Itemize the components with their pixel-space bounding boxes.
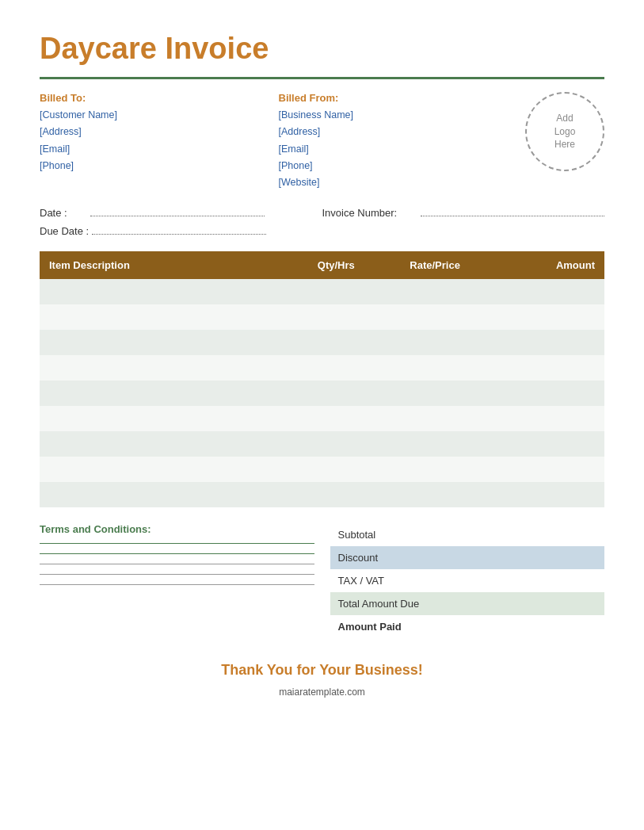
summary-section: Subtotal Discount TAX / VAT Total Amount… [330,523,605,638]
terms-line-3 [40,564,314,564]
subtotal-row: Subtotal [330,523,605,546]
row-rate [379,381,492,406]
row-description [40,355,294,381]
table-row [40,381,604,406]
col-description: Item Description [40,251,294,279]
row-amount [491,355,604,381]
row-description [40,381,294,406]
business-phone: [Phone] [279,158,518,174]
row-rate [379,355,492,381]
billed-from-section: Billed From: [Business Name] [Address] [… [279,92,518,191]
tax-value [566,569,604,592]
billed-to-section: Billed To: [Customer Name] [Address] [Em… [40,92,279,191]
col-amount: Amount [491,251,604,279]
total-label: Total Amount Due [330,592,566,615]
paid-value [566,615,604,638]
table-row [40,482,604,507]
col-qty: Qty/Hrs [294,251,379,279]
business-name: [Business Name] [279,107,518,124]
row-description [40,431,294,457]
invoice-number-row: Invoice Number: [322,207,605,219]
terms-line-1 [40,543,314,544]
row-description [40,279,294,304]
row-amount [491,457,604,482]
table-header-row: Item Description Qty/Hrs Rate/Price Amou… [40,251,604,279]
row-description [40,304,294,330]
row-amount [491,482,604,507]
table-row [40,304,604,330]
table-row [40,330,604,355]
row-rate [379,406,492,431]
paid-row: Amount Paid [330,615,605,638]
due-date-label: Due Date : [40,225,89,237]
terms-line-5 [40,584,314,585]
row-rate [379,330,492,355]
row-qty [294,355,379,381]
row-amount [491,330,604,355]
billed-to-label: Billed To: [40,92,279,104]
subtotal-value [566,523,604,546]
logo-placeholder: AddLogoHere [525,92,604,171]
date-dots [90,216,265,216]
row-qty [294,381,379,406]
row-rate [379,482,492,507]
customer-phone: [Phone] [40,158,279,174]
table-row [40,457,604,482]
table-row [40,279,604,304]
table-row [40,406,604,431]
row-qty [294,457,379,482]
row-amount [491,279,604,304]
discount-value [566,546,604,569]
row-rate [379,304,492,330]
thank-you-text: Thank You for Your Business! [40,662,604,679]
date-label: Date : [40,207,87,219]
tax-row: TAX / VAT [330,569,605,592]
row-qty [294,431,379,457]
row-rate [379,279,492,304]
paid-label: Amount Paid [330,615,566,638]
row-amount [491,431,604,457]
table-row [40,355,604,381]
row-description [40,482,294,507]
business-email: [Email] [279,141,518,158]
row-qty [294,279,379,304]
col-rate: Rate/Price [379,251,492,279]
customer-address: [Address] [40,124,279,140]
terms-line-2 [40,553,314,554]
table-row [40,431,604,457]
business-website: [Website] [279,174,518,191]
billed-section: Billed To: [Customer Name] [Address] [Em… [40,92,604,191]
row-qty [294,406,379,431]
tax-label: TAX / VAT [330,569,566,592]
invoice-number-label: Invoice Number: [322,207,417,219]
customer-email: [Email] [40,141,279,158]
row-amount [491,304,604,330]
total-value [566,592,604,615]
bottom-section: Terms and Conditions: Subtotal Discount … [40,523,604,638]
due-date-row: Due Date : [40,225,322,237]
customer-name: [Customer Name] [40,107,279,124]
billed-from-label: Billed From: [279,92,518,104]
dates-left: Date : Due Date : [40,207,322,243]
row-description [40,406,294,431]
row-qty [294,304,379,330]
invoice-title: Daycare Invoice [40,32,604,66]
terms-line-4 [40,574,314,575]
row-description [40,457,294,482]
discount-label: Discount [330,546,566,569]
summary-table: Subtotal Discount TAX / VAT Total Amount… [330,523,605,638]
row-rate [379,457,492,482]
row-description [40,330,294,355]
row-qty [294,330,379,355]
invoice-table: Item Description Qty/Hrs Rate/Price Amou… [40,251,604,507]
dates-right: Invoice Number: [322,207,605,243]
invoice-number-dots [421,216,605,216]
header-divider [40,77,604,79]
website-text: maiaratemplate.com [40,687,604,698]
row-amount [491,406,604,431]
row-qty [294,482,379,507]
business-address: [Address] [279,124,518,140]
terms-label: Terms and Conditions: [40,523,314,535]
row-rate [379,431,492,457]
terms-section: Terms and Conditions: [40,523,314,638]
